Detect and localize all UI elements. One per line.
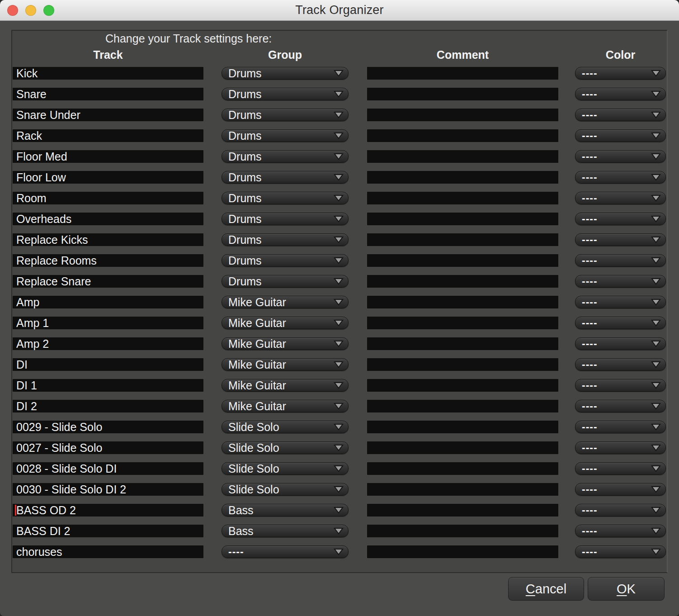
- group-dropdown[interactable]: Drums: [222, 129, 349, 142]
- comment-input[interactable]: [367, 337, 558, 350]
- group-dropdown[interactable]: Mike Guitar: [222, 296, 349, 308]
- track-name-input[interactable]: [13, 441, 203, 454]
- track-name-input[interactable]: [13, 233, 203, 246]
- group-dropdown[interactable]: Drums: [222, 150, 349, 163]
- ok-button[interactable]: OK: [588, 577, 665, 601]
- color-dropdown[interactable]: ----: [575, 129, 666, 142]
- track-name-input[interactable]: [13, 337, 203, 350]
- comment-input[interactable]: [367, 275, 558, 288]
- color-dropdown[interactable]: ----: [575, 233, 666, 246]
- comment-input[interactable]: [367, 525, 558, 537]
- comment-input[interactable]: [367, 88, 558, 100]
- group-dropdown[interactable]: Drums: [222, 275, 349, 288]
- close-button[interactable]: [7, 5, 18, 16]
- comment-input[interactable]: [367, 421, 558, 433]
- group-dropdown[interactable]: Drums: [222, 109, 349, 121]
- track-name-input[interactable]: [13, 358, 203, 371]
- comment-input[interactable]: [367, 192, 558, 204]
- track-name-input[interactable]: [13, 254, 203, 267]
- color-dropdown[interactable]: ----: [575, 317, 666, 329]
- color-dropdown[interactable]: ----: [575, 296, 666, 308]
- group-dropdown[interactable]: Drums: [222, 213, 349, 225]
- track-name-input[interactable]: [13, 213, 203, 225]
- group-dropdown[interactable]: Mike Guitar: [222, 358, 349, 371]
- comment-input[interactable]: [367, 358, 558, 371]
- group-dropdown[interactable]: ----: [222, 545, 349, 558]
- group-dropdown[interactable]: Drums: [222, 254, 349, 267]
- track-name-input[interactable]: [13, 192, 203, 204]
- minimize-button[interactable]: [25, 5, 36, 16]
- track-name-input[interactable]: [13, 379, 203, 392]
- comment-input[interactable]: [367, 317, 558, 329]
- color-dropdown[interactable]: ----: [575, 67, 666, 80]
- color-dropdown[interactable]: ----: [575, 109, 666, 121]
- color-dropdown[interactable]: ----: [575, 275, 666, 288]
- comment-input[interactable]: [367, 171, 558, 184]
- cancel-button[interactable]: Cancel: [508, 577, 584, 601]
- group-dropdown[interactable]: Slide Solo: [222, 441, 349, 454]
- color-dropdown[interactable]: ----: [575, 483, 666, 496]
- comment-input[interactable]: [367, 254, 558, 267]
- track-name-input[interactable]: [13, 504, 203, 516]
- group-dropdown[interactable]: Bass: [222, 525, 349, 537]
- color-dropdown[interactable]: ----: [575, 337, 666, 350]
- zoom-button[interactable]: [43, 5, 54, 16]
- comment-input[interactable]: [367, 67, 558, 80]
- group-dropdown[interactable]: Drums: [222, 192, 349, 204]
- track-name-input[interactable]: [13, 129, 203, 142]
- track-name-input[interactable]: [13, 171, 203, 184]
- group-dropdown[interactable]: Mike Guitar: [222, 337, 349, 350]
- track-name-input[interactable]: [13, 545, 203, 558]
- comment-input[interactable]: [367, 296, 558, 308]
- group-dropdown[interactable]: Bass: [222, 504, 349, 516]
- track-name-input[interactable]: [13, 317, 203, 329]
- comment-input[interactable]: [367, 483, 558, 496]
- track-name-input[interactable]: [13, 275, 203, 288]
- track-name-input[interactable]: [13, 421, 203, 433]
- color-dropdown[interactable]: ----: [575, 192, 666, 204]
- color-dropdown[interactable]: ----: [575, 462, 666, 475]
- color-dropdown[interactable]: ----: [575, 213, 666, 225]
- color-dropdown[interactable]: ----: [575, 254, 666, 267]
- track-name-input[interactable]: [13, 109, 203, 121]
- comment-input[interactable]: [367, 462, 558, 475]
- comment-input[interactable]: [367, 400, 558, 412]
- comment-input[interactable]: [367, 441, 558, 454]
- comment-input[interactable]: [367, 504, 558, 516]
- comment-input[interactable]: [367, 109, 558, 121]
- group-dropdown[interactable]: Drums: [222, 233, 349, 246]
- group-dropdown[interactable]: Drums: [222, 67, 349, 80]
- group-dropdown[interactable]: Mike Guitar: [222, 400, 349, 412]
- track-name-input[interactable]: [13, 88, 203, 100]
- track-name-input[interactable]: [13, 462, 203, 475]
- group-dropdown[interactable]: Drums: [222, 171, 349, 184]
- color-dropdown[interactable]: ----: [575, 171, 666, 184]
- track-name-input[interactable]: [13, 483, 203, 496]
- group-dropdown[interactable]: Slide Solo: [222, 462, 349, 475]
- group-dropdown[interactable]: Mike Guitar: [222, 317, 349, 329]
- color-dropdown[interactable]: ----: [575, 379, 666, 392]
- track-name-input[interactable]: [13, 525, 203, 537]
- group-dropdown[interactable]: Drums: [222, 88, 349, 100]
- track-name-input[interactable]: [13, 400, 203, 412]
- track-name-input[interactable]: [13, 296, 203, 308]
- group-dropdown[interactable]: Slide Solo: [222, 483, 349, 496]
- comment-input[interactable]: [367, 379, 558, 392]
- comment-input[interactable]: [367, 545, 558, 558]
- comment-input[interactable]: [367, 213, 558, 225]
- color-dropdown[interactable]: ----: [575, 504, 666, 516]
- color-dropdown[interactable]: ----: [575, 400, 666, 412]
- comment-input[interactable]: [367, 129, 558, 142]
- color-dropdown[interactable]: ----: [575, 525, 666, 537]
- color-dropdown[interactable]: ----: [575, 358, 666, 371]
- group-dropdown[interactable]: Mike Guitar: [222, 379, 349, 392]
- color-dropdown[interactable]: ----: [575, 421, 666, 433]
- comment-input[interactable]: [367, 150, 558, 163]
- color-dropdown[interactable]: ----: [575, 150, 666, 163]
- track-name-input[interactable]: [13, 150, 203, 163]
- color-dropdown[interactable]: ----: [575, 441, 666, 454]
- color-dropdown[interactable]: ----: [575, 545, 666, 558]
- group-dropdown[interactable]: Slide Solo: [222, 421, 349, 433]
- track-name-input[interactable]: [13, 67, 203, 80]
- comment-input[interactable]: [367, 233, 558, 246]
